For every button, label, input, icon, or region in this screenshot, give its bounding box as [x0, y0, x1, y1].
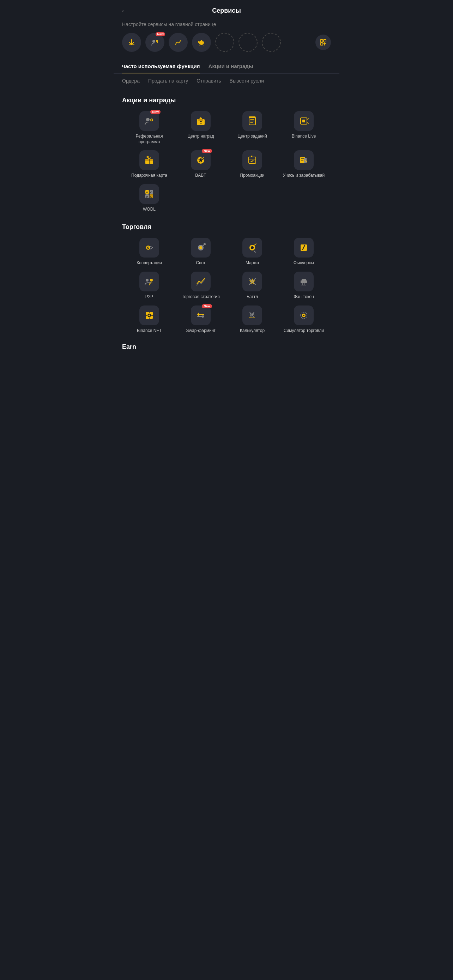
svg-point-73 — [303, 315, 304, 316]
label-calculator: Калькулятор — [240, 328, 265, 334]
svg-rect-59 — [148, 282, 151, 283]
svg-point-53 — [203, 243, 206, 245]
tab-promotions[interactable]: Акции и награды — [208, 59, 253, 73]
new-badge-swap: New — [202, 304, 212, 308]
item-task-center[interactable]: Центр заданий — [228, 111, 277, 145]
quick-icon-empty-1[interactable] — [215, 33, 234, 52]
label-promo: Промоакции — [240, 173, 264, 178]
label-sim-trading: Симулятор торговли — [284, 328, 324, 334]
svg-rect-65 — [304, 283, 305, 285]
svg-rect-33 — [249, 157, 256, 163]
export-button[interactable] — [315, 35, 331, 50]
header: ← Сервисы — [114, 0, 339, 20]
label-gift-card: Подарочная карта — [131, 173, 167, 178]
label-trade-strategy: Торговая стратегия — [182, 294, 219, 300]
scroll-label-orders[interactable]: Ордера — [122, 78, 140, 84]
item-trade-strategy[interactable]: Торговая стратегия — [176, 272, 225, 300]
label-futures: Фьючерсы — [294, 260, 314, 266]
label-convert: Конвертация — [137, 260, 162, 266]
label-spot: Спот — [196, 260, 205, 266]
item-spot[interactable]: Спот — [176, 238, 225, 266]
item-referral[interactable]: New Реферальная программа — [125, 111, 173, 145]
label-fan-token: Фан-токен — [294, 294, 314, 300]
item-learn-earn[interactable]: Учись и зарабатывай — [280, 150, 328, 178]
label-swap-farming: Swap-фарминг — [186, 328, 215, 334]
label-wodl: WODL — [143, 207, 156, 212]
svg-point-13 — [146, 118, 149, 121]
svg-rect-36 — [253, 156, 253, 158]
label-binance-live: Binance Live — [292, 134, 316, 139]
svg-point-8 — [202, 41, 203, 42]
svg-point-69 — [149, 314, 150, 316]
quick-icon-chart[interactable] — [168, 33, 188, 52]
svg-point-57 — [146, 279, 149, 282]
section-title-promotions: Акции и награды — [122, 97, 331, 104]
quick-icon-referral[interactable]: New — [145, 33, 164, 52]
label-task-center: Центр заданий — [237, 134, 267, 139]
svg-rect-12 — [320, 43, 323, 45]
item-fan-token[interactable]: Фан-токен — [280, 272, 328, 300]
svg-point-52 — [199, 246, 202, 249]
item-futures[interactable]: Фьючерсы — [280, 238, 328, 266]
svg-point-4 — [156, 40, 158, 42]
item-calculator[interactable]: Калькулятор — [228, 305, 277, 334]
item-battle[interactable]: Баттл — [228, 272, 277, 300]
svg-rect-62 — [300, 280, 307, 283]
svg-rect-23 — [249, 116, 256, 118]
svg-text:W: W — [146, 191, 149, 193]
item-sim-trading[interactable]: Симулятор торговли — [280, 305, 328, 334]
item-binance-live[interactable]: Binance Live — [280, 111, 328, 145]
back-button[interactable]: ← — [121, 6, 129, 16]
svg-point-50 — [148, 247, 149, 248]
item-convert[interactable]: Конвертация — [125, 238, 173, 266]
quick-icon-piggy[interactable] — [192, 33, 211, 52]
item-gift-card[interactable]: ✱ Подарочная карта — [125, 150, 173, 178]
scroll-label-send[interactable]: Отправить — [197, 78, 221, 84]
new-badge: New — [156, 32, 165, 37]
label-referral: Реферальная программа — [125, 134, 173, 145]
item-babt[interactable]: New BABT — [176, 150, 225, 178]
svg-text:O: O — [150, 191, 153, 193]
label-learn-earn: Учись и зарабатывай — [283, 173, 324, 178]
svg-rect-11 — [324, 40, 326, 42]
svg-text:D: D — [146, 195, 148, 197]
svg-rect-63 — [302, 279, 306, 280]
item-swap-farming[interactable]: New Swap-фарминг — [176, 305, 225, 334]
svg-rect-10 — [320, 40, 323, 42]
tab-frequent[interactable]: часто используемая функция — [122, 59, 200, 73]
subtitle: Настройте сервисы на главной странице — [114, 20, 339, 33]
quick-icon-empty-3[interactable] — [262, 33, 281, 52]
svg-rect-64 — [302, 283, 303, 285]
svg-rect-9 — [201, 40, 202, 41]
svg-rect-66 — [301, 285, 306, 285]
svg-rect-2 — [149, 37, 161, 48]
new-badge-babt: New — [202, 149, 212, 153]
label-battle: Баттл — [246, 294, 258, 300]
svg-point-55 — [251, 246, 254, 249]
trading-grid: Конвертация Спот — [122, 238, 331, 333]
item-nft[interactable]: Binance NFT — [125, 305, 173, 334]
svg-rect-35 — [251, 156, 252, 158]
quick-icons-row: New — [114, 33, 339, 59]
item-reward-center[interactable]: Центр наград — [176, 111, 225, 145]
section-promotions: Акции и награды New Реферальная программ… — [114, 88, 339, 215]
svg-point-7 — [199, 41, 204, 45]
scroll-label-withdraw[interactable]: Вывести руоли — [230, 78, 264, 84]
section-title-trading: Торговля — [122, 223, 331, 231]
item-margin[interactable]: Маржа — [228, 238, 277, 266]
item-wodl[interactable]: W O D L WODL — [125, 184, 173, 212]
item-p2p[interactable]: P2P — [125, 272, 173, 300]
svg-point-58 — [150, 279, 153, 282]
item-promo[interactable]: Промоакции — [228, 150, 277, 178]
svg-point-3 — [153, 40, 155, 43]
category-scroll: Ордера Продать на карту Отправить Вывест… — [114, 74, 339, 88]
svg-rect-1 — [129, 45, 134, 45]
quick-icon-deposit[interactable] — [122, 33, 141, 52]
label-p2p: P2P — [145, 294, 153, 300]
label-nft: Binance NFT — [137, 328, 162, 334]
scroll-label-sell[interactable]: Продать на карту — [148, 78, 188, 84]
svg-rect-16 — [198, 119, 203, 121]
svg-rect-17 — [200, 121, 202, 122]
quick-icon-empty-2[interactable] — [238, 33, 257, 52]
svg-text:✱: ✱ — [146, 156, 149, 159]
